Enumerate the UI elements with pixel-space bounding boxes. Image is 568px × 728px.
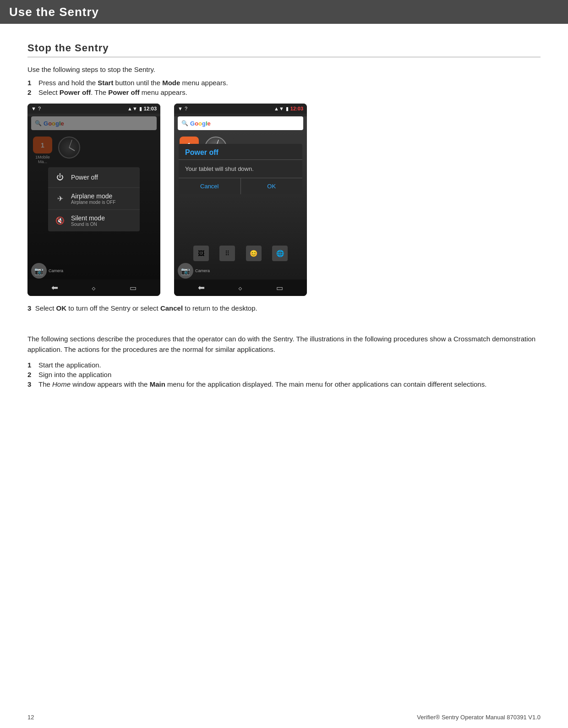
section-divider	[27, 57, 541, 57]
screenshots-row: ▼ ? ▲▼ ▮ 12:03 🔍 Google	[27, 104, 541, 296]
status-right-info-right: ▲▼ ▮ 12:03	[274, 106, 303, 112]
header-title: Use the Sentry	[9, 5, 99, 19]
camera-icon-left: 📷	[31, 263, 47, 279]
step-1-num: 1	[27, 79, 35, 87]
battery-icon: ▮	[139, 106, 142, 112]
step-3: 3 Select OK to turn off the Sentry or se…	[27, 304, 541, 312]
poweroff-label: Power off	[71, 174, 98, 181]
screen-left: 🔍 Google 1 1Mobile Ma...	[27, 114, 160, 279]
app-dock-4: 🌐	[272, 246, 288, 261]
signal-icon: ▲▼	[127, 106, 137, 111]
step-2-text: Select Power off. The Power off menu app…	[38, 88, 187, 96]
time-display-right: 12:03	[290, 106, 303, 111]
app-dock-1: 🖼	[193, 246, 209, 261]
bottom-step-1: 1 Start the application.	[27, 361, 541, 369]
bottom-step-2-text: Sign into the application	[38, 371, 111, 378]
bottom-step-1-text: Start the application.	[38, 361, 101, 369]
camera-label-left: Camera	[49, 268, 63, 273]
status-left-icons: ▼ ?	[31, 106, 41, 111]
menu-item-silent[interactable]: 🔇 Silent mode Sound is ON	[48, 210, 140, 231]
status-bar-left: ▼ ? ▲▼ ▮ 12:03	[27, 104, 160, 114]
phone-right: ▼ ? ▲▼ ▮ 12:03 🔍 Google	[174, 104, 307, 296]
bottom-step-3-text: The Home window appears with the Main me…	[38, 380, 486, 388]
camera-label-right: Camera	[195, 268, 210, 273]
footer: 12 Verifier® Sentry Operator Manual 8703…	[27, 714, 541, 721]
footer-right-text: Verifier® Sentry Operator Manual 870391 …	[417, 714, 541, 721]
question-icon: ?	[38, 106, 41, 111]
dialog-title: Power off	[185, 148, 296, 157]
back-icon-right[interactable]: ⬅	[198, 283, 205, 293]
wallpaper-right: 🔍 Google 1 1Mobile Ma...	[174, 116, 307, 279]
power-menu-overlay: ⏻ Power off ✈ Airplane mode Airpla	[27, 116, 160, 279]
bottom-step-3-num: 3	[27, 380, 35, 388]
question-icon-right: ?	[185, 106, 187, 111]
step-1: 1 Press and hold the Start button until …	[27, 79, 541, 87]
bottom-step-1-num: 1	[27, 361, 35, 369]
google-logo-right: Google	[190, 120, 211, 127]
bottom-step-2-num: 2	[27, 371, 35, 378]
dialog-title-bar: Power off	[179, 144, 302, 159]
dialog-body: Your tablet will shut down.	[179, 160, 302, 178]
recents-icon-left[interactable]: ▭	[130, 284, 137, 292]
poweroff-text: Power off	[71, 174, 98, 181]
dialog-ok-button[interactable]: OK	[241, 178, 303, 194]
dialog-buttons: Cancel OK	[179, 178, 302, 194]
section-title: Stop the Sentry	[27, 42, 541, 54]
recents-icon-right[interactable]: ▭	[276, 284, 283, 292]
screenshot-icon-right: ▼	[178, 106, 183, 111]
silent-icon: 🔇	[55, 215, 66, 226]
header-bar: Use the Sentry	[0, 0, 568, 24]
time-display-left: 12:03	[144, 106, 157, 111]
battery-icon-right: ▮	[286, 106, 289, 112]
page-number: 12	[27, 714, 34, 721]
steps-list: 1 Press and hold the Start button until …	[27, 79, 541, 96]
dock-right: ⬅ ⬦ ▭	[174, 279, 307, 296]
poweroff-icon: ⏻	[55, 172, 66, 183]
screenshot-icon: ▼	[31, 106, 36, 111]
dock-left: ⬅ ⬦ ▭	[27, 279, 160, 296]
status-right-info: ▲▼ ▮ 12:03	[127, 106, 157, 112]
bottom-camera-right: 📷 Camera	[178, 263, 210, 279]
app-dock-3: 😊	[246, 246, 262, 261]
silent-text: Silent mode Sound is ON	[71, 214, 105, 227]
menu-item-airplane[interactable]: ✈ Airplane mode Airplane mode is OFF	[48, 188, 140, 210]
airplane-label: Airplane mode	[71, 192, 115, 200]
power-menu: ⏻ Power off ✈ Airplane mode Airpla	[48, 167, 140, 231]
step-1-text: Press and hold the Start button until th…	[38, 79, 228, 87]
bottom-camera-left: 📷 Camera	[31, 263, 63, 279]
google-bar-right: 🔍 Google	[178, 116, 303, 130]
signal-icon-right: ▲▼	[274, 106, 284, 111]
dock-icons-right: 🖼 ⠿ 😊 🌐	[174, 246, 307, 261]
wallpaper-left: 🔍 Google 1 1Mobile Ma...	[27, 116, 160, 279]
menu-item-poweroff[interactable]: ⏻ Power off	[48, 167, 140, 188]
silent-sublabel: Sound is ON	[71, 222, 105, 227]
camera-icon-right: 📷	[178, 263, 193, 279]
dialog-cancel-button[interactable]: Cancel	[179, 178, 241, 194]
poweroff-dialog: Power off Your tablet will shut down. Ca…	[179, 144, 302, 194]
bottom-step-3: 3 The Home window appears with the Main …	[27, 380, 541, 388]
step-2-num: 2	[27, 88, 35, 96]
airplane-sublabel: Airplane mode is OFF	[71, 200, 115, 205]
phone-left: ▼ ? ▲▼ ▮ 12:03 🔍 Google	[27, 104, 160, 296]
search-icon-right: 🔍	[181, 120, 188, 126]
main-content: Stop the Sentry Use the following steps …	[0, 24, 568, 417]
silent-label: Silent mode	[71, 214, 105, 222]
app-dock-2: ⠿	[219, 246, 235, 261]
bottom-steps-list: 1 Start the application. 2 Sign into the…	[27, 361, 541, 388]
airplane-icon: ✈	[55, 193, 66, 204]
desc-para: The following sections describe the proc…	[27, 334, 541, 355]
step-2: 2 Select Power off. The Power off menu a…	[27, 88, 541, 96]
step-3-num: 3	[27, 304, 35, 312]
back-icon-left[interactable]: ⬅	[51, 283, 58, 293]
home-icon-left[interactable]: ⬦	[91, 283, 96, 293]
status-left-icons-right: ▼ ?	[178, 106, 187, 111]
airplane-text: Airplane mode Airplane mode is OFF	[71, 192, 115, 205]
bottom-step-2: 2 Sign into the application	[27, 371, 541, 378]
intro-text: Use the following steps to stop the Sent…	[27, 66, 541, 73]
home-icon-right[interactable]: ⬦	[238, 283, 243, 293]
screen-right: 🔍 Google 1 1Mobile Ma...	[174, 114, 307, 279]
spacer-1	[27, 323, 541, 334]
status-bar-right: ▼ ? ▲▼ ▮ 12:03	[174, 104, 307, 114]
